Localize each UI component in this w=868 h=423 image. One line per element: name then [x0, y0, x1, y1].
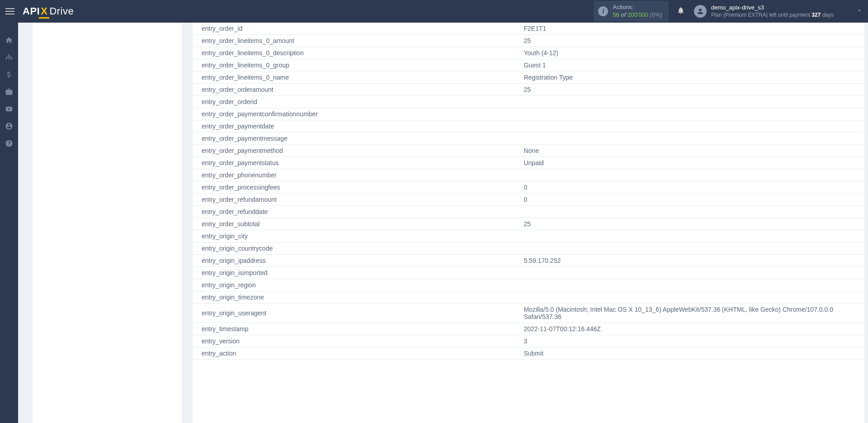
table-row: entry_version3	[193, 335, 864, 347]
row-value: Youth (4-12)	[524, 49, 859, 57]
table-row: entry_origin_countrycode	[193, 242, 864, 255]
row-value: 0	[524, 184, 859, 191]
nav-home-icon[interactable]	[0, 32, 18, 49]
table-row: entry_origin_ipaddress5.59.170.252	[193, 255, 864, 267]
right-panel: entry_order_idF2E1T1entry_order_lineitem…	[193, 23, 864, 423]
row-key: entry_order_phonenumber	[202, 171, 524, 179]
chevron-down-icon	[856, 7, 863, 15]
avatar-icon	[694, 5, 707, 18]
user-menu[interactable]: demo_apix-drive_s3 Plan |Premium EXTRA| …	[694, 4, 863, 19]
row-key: entry_origin_isimported	[202, 269, 524, 276]
table-row: entry_order_refundamount0	[193, 194, 864, 206]
app-logo[interactable]: API X Drive	[23, 5, 74, 17]
row-value: 25	[524, 37, 859, 44]
row-value: F2E1T1	[524, 25, 859, 32]
row-value: Unpaid	[524, 159, 859, 166]
row-key: entry_order_id	[202, 25, 524, 32]
user-name: demo_apix-drive_s3	[711, 4, 834, 12]
row-key: entry_order_lineitems_0_group	[202, 62, 524, 69]
row-key: entry_order_paymentdate	[202, 123, 524, 130]
actions-counter[interactable]: i Actions: 56 of 200'000 (0%)	[594, 1, 668, 22]
nav-billing-icon[interactable]	[0, 66, 18, 83]
info-icon: i	[598, 6, 608, 16]
table-row: entry_order_subtotal25	[193, 218, 864, 230]
table-row: entry_order_paymentstatusUnpaid	[193, 157, 864, 169]
table-row: entry_origin_isimported	[193, 267, 864, 279]
table-row: entry_origin_city	[193, 230, 864, 242]
row-key: entry_order_subtotal	[202, 220, 524, 228]
sidebar-nav	[0, 23, 18, 423]
nav-briefcase-icon[interactable]	[0, 83, 18, 100]
table-row: entry_timestamp2022-11-07T00:12:16.446Z	[193, 323, 864, 335]
row-value: 5.59.170.252	[524, 257, 859, 264]
row-value: Guest 1	[524, 62, 859, 69]
row-key: entry_timestamp	[202, 325, 524, 333]
app-header: API X Drive i Actions: 56 of 200'000 (0%…	[0, 0, 868, 23]
row-value: 25	[524, 220, 859, 228]
row-value: Submit	[524, 350, 859, 357]
row-key: entry_order_paymentconfirmationnumber	[202, 110, 524, 118]
row-value: 25	[524, 86, 859, 93]
table-row: entry_order_idF2E1T1	[193, 23, 864, 35]
row-value: 3	[524, 337, 859, 345]
row-value: Mozilla/5.0 (Macintosh; Intel Mac OS X 1…	[524, 306, 859, 320]
row-key: entry_order_processingfees	[202, 184, 524, 191]
table-row: entry_order_orderamount25	[193, 84, 864, 96]
table-row: entry_order_refunddate	[193, 206, 864, 218]
table-row: entry_order_lineitems_0_nameRegistration…	[193, 71, 864, 84]
table-row: entry_order_phonenumber	[193, 169, 864, 181]
row-key: entry_order_refundamount	[202, 196, 524, 203]
menu-toggle-icon[interactable]	[5, 6, 16, 17]
row-key: entry_order_lineitems_0_amount	[202, 37, 524, 44]
row-value: Registration Type	[524, 74, 859, 81]
nav-connections-icon[interactable]	[0, 49, 18, 66]
table-row: entry_order_lineitems_0_groupGuest 1	[193, 59, 864, 71]
row-value: None	[524, 147, 859, 154]
logo-text-api: API	[23, 5, 40, 17]
left-panel	[33, 23, 182, 423]
row-key: entry_order_lineitems_0_description	[202, 49, 524, 57]
row-key: entry_order_refunddate	[202, 208, 524, 215]
table-row: entry_origin_useragentMozilla/5.0 (Macin…	[193, 304, 864, 323]
data-table: entry_order_idF2E1T1entry_order_lineitem…	[193, 23, 864, 360]
table-row: entry_order_paymentmethodNone	[193, 145, 864, 157]
table-row: entry_order_orderid	[193, 96, 864, 108]
row-key: entry_order_orderamount	[202, 86, 524, 93]
row-key: entry_version	[202, 337, 524, 345]
row-key: entry_order_orderid	[202, 98, 524, 105]
table-row: entry_origin_timezone	[193, 291, 864, 304]
main-content: entry_order_idF2E1T1entry_order_lineitem…	[18, 23, 868, 423]
row-key: entry_order_paymentmethod	[202, 147, 524, 154]
table-row: entry_origin_region	[193, 279, 864, 291]
actions-label: Actions:	[613, 4, 662, 11]
logo-text-drive: Drive	[49, 5, 74, 17]
table-row: entry_order_paymentdate	[193, 120, 864, 133]
table-row: entry_order_paymentconfirmationnumber	[193, 108, 864, 120]
notifications-icon[interactable]	[677, 6, 685, 17]
row-key: entry_order_paymentstatus	[202, 159, 524, 166]
table-row: entry_order_lineitems_0_amount25	[193, 35, 864, 47]
table-row: entry_order_paymentmessage	[193, 133, 864, 145]
row-value: 0	[524, 196, 859, 203]
table-row: entry_order_processingfees0	[193, 181, 864, 194]
logo-text-x: X	[40, 5, 48, 17]
table-row: entry_order_lineitems_0_descriptionYouth…	[193, 47, 864, 59]
row-key: entry_order_lineitems_0_name	[202, 74, 524, 81]
table-row: entry_actionSubmit	[193, 347, 864, 360]
row-key: entry_origin_city	[202, 233, 524, 240]
nav-help-icon[interactable]	[0, 135, 18, 152]
row-value: 2022-11-07T00:12:16.446Z	[524, 325, 859, 333]
nav-account-icon[interactable]	[0, 118, 18, 135]
row-key: entry_origin_region	[202, 281, 524, 289]
row-key: entry_origin_ipaddress	[202, 257, 524, 264]
row-key: entry_action	[202, 350, 524, 357]
row-key: entry_order_paymentmessage	[202, 135, 524, 142]
user-plan: Plan |Premium EXTRA| left until payment …	[711, 12, 834, 19]
row-key: entry_origin_useragent	[202, 309, 524, 317]
row-key: entry_origin_timezone	[202, 294, 524, 301]
row-key: entry_origin_countrycode	[202, 245, 524, 252]
nav-video-icon[interactable]	[0, 100, 18, 118]
actions-value: 56 of 200'000 (0%)	[613, 11, 662, 19]
